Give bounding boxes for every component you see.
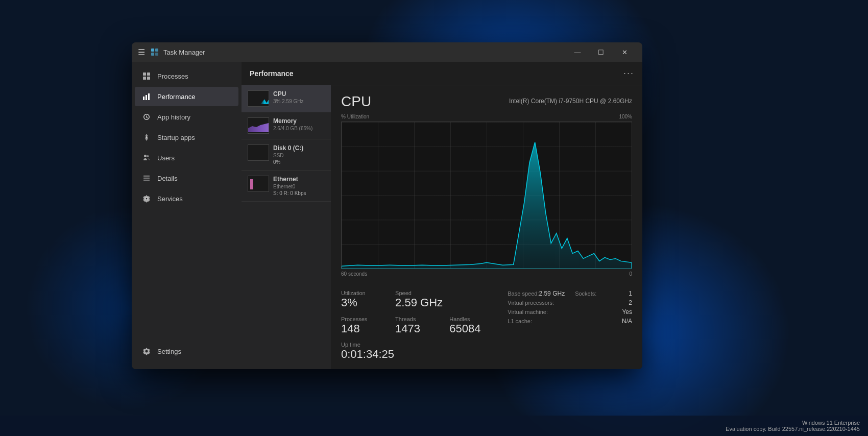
svg-rect-5	[147, 72, 150, 76]
device-list: CPU 3% 2.59 GHz Memory 2.6/4.0 GB (65%)	[242, 85, 331, 369]
processes-label: Processes	[341, 316, 389, 322]
memory-info: Memory 2.6/4.0 GB (65%)	[273, 117, 325, 131]
gear-icon	[142, 194, 151, 203]
l1-cache-label: L1 cache:	[508, 318, 532, 324]
graph-time-labels: 60 seconds 0	[341, 271, 632, 277]
close-button[interactable]: ✕	[613, 44, 636, 60]
svg-rect-3	[155, 53, 158, 56]
base-speed-value: 2.59 GHz	[539, 290, 565, 297]
more-options-button[interactable]: ···	[623, 68, 634, 79]
sidebar-label-details: Details	[157, 175, 178, 182]
threads-label: Threads	[395, 316, 443, 322]
stat-handles: Handles 65084	[449, 316, 497, 335]
users-icon	[142, 153, 151, 162]
cpu-header: CPU Intel(R) Core(TM) i7-9750H CPU @ 2.6…	[341, 93, 632, 110]
taskbar: Windows 11 Enterprise Evaluation copy. B…	[0, 416, 868, 436]
graph-wrapper: % Utilization 100%	[341, 114, 632, 277]
stat-utilization: Utilization 3%	[341, 290, 389, 309]
grid-icon	[142, 71, 151, 81]
stats-left: Utilization 3% Speed 2.59 GHz Processes	[341, 283, 497, 361]
utilization-label: Utilization	[341, 290, 389, 296]
sidebar-item-users[interactable]: Users	[135, 148, 238, 167]
memory-name: Memory	[273, 117, 325, 125]
virtual-machine-row: Virtual machine: Yes	[508, 308, 632, 316]
virtual-processors-label: Virtual processors:	[508, 300, 554, 306]
disk-name: Disk 0 (C:)	[273, 144, 325, 152]
sidebar-item-startup-apps[interactable]: Startup apps	[135, 128, 238, 147]
svg-rect-13	[143, 178, 150, 179]
speed-value: 2.59 GHz	[395, 296, 443, 309]
maximize-button[interactable]: ☐	[589, 44, 613, 60]
window-controls: — ☐ ✕	[566, 44, 636, 60]
cpu-detail-panel: CPU Intel(R) Core(TM) i7-9750H CPU @ 2.6…	[331, 85, 642, 369]
sidebar-item-performance[interactable]: Performance	[135, 87, 238, 106]
svg-rect-7	[147, 77, 150, 80]
sidebar-label-settings: Settings	[157, 348, 181, 355]
window-title: Task Manager	[163, 49, 566, 56]
sockets-row: Sockets: 1	[575, 290, 632, 297]
svg-rect-4	[143, 72, 146, 76]
hamburger-icon[interactable]: ☰	[138, 47, 145, 57]
handles-label: Handles	[449, 316, 497, 322]
app-icon	[150, 47, 159, 57]
device-item-cpu[interactable]: CPU 3% 2.59 GHz	[242, 85, 331, 112]
sidebar-item-services[interactable]: Services	[135, 189, 238, 208]
right-panel: Performance ··· CPU 3% 2.59 GHz	[242, 62, 642, 369]
sidebar-item-settings[interactable]: Settings	[135, 342, 238, 361]
svg-rect-6	[143, 77, 146, 80]
device-item-disk[interactable]: Disk 0 (C:) SSD 0%	[242, 139, 331, 171]
sidebar-label-startup-apps: Startup apps	[157, 134, 195, 141]
svg-rect-0	[151, 49, 154, 52]
panel-title: Performance	[250, 69, 623, 78]
uptime-value: 0:01:34:25	[341, 348, 394, 361]
base-speed-label: Base speed:	[508, 290, 539, 297]
virtual-processors-row: Virtual processors: 2	[508, 299, 632, 306]
device-item-ethernet[interactable]: Ethernet Ethernet0 S: 0 R: 0 Kbps	[242, 171, 331, 202]
disk-sub: SSD	[273, 153, 325, 158]
cpu-thumbnail	[248, 90, 269, 107]
sidebar-item-details[interactable]: Details	[135, 168, 238, 188]
svg-rect-14	[143, 180, 150, 181]
list-icon	[142, 174, 151, 183]
graph-time-left: 60 seconds	[341, 271, 367, 277]
cpu-title: CPU	[341, 93, 371, 110]
stat-processes: Processes 148	[341, 316, 389, 335]
svg-rect-10	[148, 93, 150, 100]
performance-content: CPU 3% 2.59 GHz Memory 2.6/4.0 GB (65%)	[242, 85, 642, 369]
device-item-memory[interactable]: Memory 2.6/4.0 GB (65%)	[242, 112, 331, 139]
base-speed-row: Base speed: 2.59 GHz	[508, 290, 565, 297]
settings-icon	[142, 347, 151, 356]
sidebar-item-processes[interactable]: Processes	[135, 66, 238, 86]
stat-threads: Threads 1473	[395, 316, 443, 335]
cpu-model: Intel(R) Core(TM) i7-9750H CPU @ 2.60GHz	[509, 98, 632, 105]
graph-label-right: 100%	[619, 114, 632, 119]
ethernet-info: Ethernet Ethernet0 S: 0 R: 0 Kbps	[273, 176, 325, 196]
minimize-button[interactable]: —	[566, 44, 589, 60]
svg-rect-12	[143, 176, 150, 177]
utilization-value: 3%	[341, 296, 389, 309]
sidebar-item-app-history[interactable]: App history	[135, 107, 238, 127]
main-content: Processes Performance	[132, 62, 642, 369]
clock-icon	[142, 112, 151, 122]
l1-cache-row: L1 cache: N/A	[508, 318, 632, 325]
graph-label-left: % Utilization	[341, 114, 369, 119]
sockets-label: Sockets:	[575, 290, 596, 297]
virtual-machine-label: Virtual machine:	[508, 309, 548, 315]
disk-value: 0%	[273, 159, 325, 165]
sidebar-label-services: Services	[157, 195, 183, 203]
sockets-value: 1	[629, 290, 632, 297]
processes-value: 148	[341, 322, 389, 335]
cpu-graph-svg	[342, 122, 632, 269]
uptime-label: Up time	[341, 342, 394, 348]
taskbar-text1: Windows 11 Enterprise	[726, 420, 860, 426]
svg-rect-8	[143, 96, 144, 100]
virtual-machine-value: Yes	[622, 308, 632, 316]
sidebar-label-performance: Performance	[157, 93, 195, 101]
cpu-info: CPU 3% 2.59 GHz	[273, 90, 325, 104]
ethernet-name: Ethernet	[273, 176, 325, 183]
titlebar: ☰ Task Manager — ☐ ✕	[132, 42, 642, 62]
panel-header: Performance ···	[242, 62, 642, 85]
chart-icon	[142, 92, 151, 101]
svg-rect-1	[155, 49, 158, 52]
svg-rect-9	[146, 95, 147, 100]
